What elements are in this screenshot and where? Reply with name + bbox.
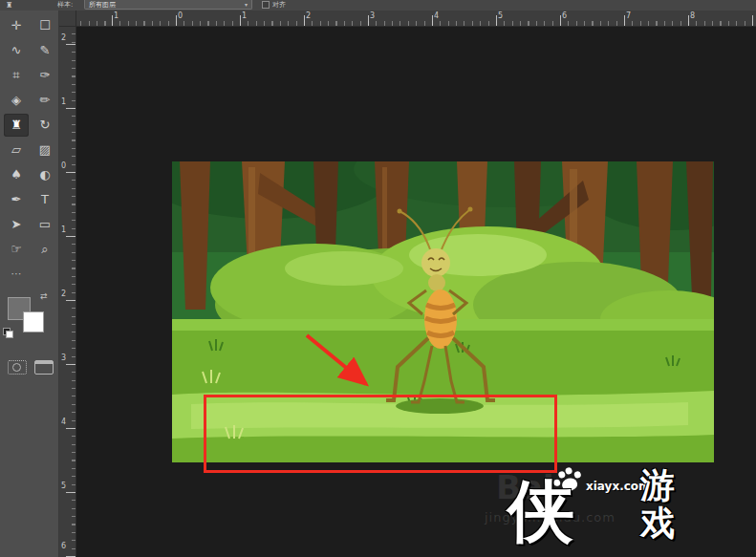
spot-healing-brush-tool[interactable]: ◈ bbox=[4, 89, 29, 112]
blur-tool[interactable]: ♠ bbox=[4, 163, 29, 186]
toolbar-bottom bbox=[0, 354, 58, 383]
pen-tool[interactable]: ✒ bbox=[4, 188, 29, 211]
more-tools-button[interactable]: ⋯ bbox=[4, 263, 29, 286]
horizontal-ruler[interactable]: 1012345678 bbox=[76, 11, 756, 27]
aligned-checkbox[interactable]: 对齐 bbox=[262, 0, 286, 11]
h-ruler-label: 2 bbox=[306, 12, 311, 20]
ruler-corner[interactable] bbox=[59, 11, 76, 27]
checkbox-icon bbox=[262, 1, 270, 9]
chevron-down-icon: ▾ bbox=[245, 0, 248, 10]
sample-dropdown[interactable]: 所有图层 ▾ bbox=[84, 0, 252, 10]
path-selection-tool[interactable]: ➤ bbox=[4, 213, 29, 236]
h-ruler-label: 0 bbox=[178, 12, 183, 20]
color-swatches: ⇄ bbox=[0, 293, 58, 349]
zoom-tool[interactable]: ⌕ bbox=[32, 238, 57, 261]
lasso-tool[interactable]: ∿ bbox=[4, 39, 29, 62]
clone-stamp-tool[interactable]: ♜ bbox=[4, 114, 29, 137]
clone-stamp-options-icon: ♜ bbox=[6, 0, 12, 11]
v-ruler-label: 3 bbox=[61, 354, 66, 362]
sample-label: 样本: bbox=[57, 0, 73, 11]
eyedropper-tool[interactable]: ✑ bbox=[32, 64, 57, 87]
quick-selection-tool[interactable]: ✎ bbox=[32, 39, 57, 62]
move-tool[interactable]: ✛ bbox=[4, 14, 29, 37]
v-ruler-label: 2 bbox=[61, 290, 66, 298]
watermark-char-you: 游 bbox=[637, 466, 678, 504]
rectangle-tool[interactable]: ▭ bbox=[32, 213, 57, 236]
h-ruler-label: 3 bbox=[370, 12, 375, 20]
h-ruler-label: 8 bbox=[690, 12, 695, 20]
h-ruler-label: 4 bbox=[434, 12, 439, 20]
photoshop-window: ♜ 样本: 所有图层 ▾ 对齐 ✛☐∿✎⌗✑◈✏♜↻▱▨♠◐✒T➤▭☞⌕⋯ ⇄ … bbox=[0, 0, 756, 557]
v-ruler-label: 6 bbox=[61, 543, 66, 550]
h-ruler-label: 5 bbox=[498, 12, 503, 20]
history-brush-tool[interactable]: ↻ bbox=[32, 114, 57, 137]
v-ruler-label: 5 bbox=[61, 482, 66, 490]
background-color-swatch[interactable] bbox=[23, 311, 44, 332]
sample-dropdown-value: 所有图层 bbox=[89, 1, 116, 9]
v-ruler-label: 0 bbox=[61, 162, 66, 170]
vertical-ruler[interactable]: 210123456 bbox=[59, 27, 76, 557]
h-ruler-label: 1 bbox=[242, 12, 247, 20]
forest-scene-graphic bbox=[172, 161, 714, 462]
brush-tool[interactable]: ✏ bbox=[32, 89, 57, 112]
document-image[interactable] bbox=[172, 161, 714, 462]
eraser-tool[interactable]: ▱ bbox=[4, 139, 29, 161]
watermark-main-character: 侠 bbox=[508, 474, 574, 548]
default-colors-icon[interactable] bbox=[3, 328, 12, 337]
watermark-stacked-characters: 游 戏 bbox=[637, 466, 678, 543]
screen-mode-icon[interactable] bbox=[34, 360, 54, 375]
watermark: Bai jingyan.baidu.com xiayx.com 侠 游 戏 bbox=[469, 466, 756, 557]
crop-tool[interactable]: ⌗ bbox=[4, 64, 29, 87]
aligned-label: 对齐 bbox=[272, 1, 286, 9]
dodge-tool[interactable]: ◐ bbox=[32, 163, 57, 186]
quick-mask-icon[interactable] bbox=[8, 360, 27, 375]
tools-panel: ✛☐∿✎⌗✑◈✏♜↻▱▨♠◐✒T➤▭☞⌕⋯ ⇄ bbox=[0, 11, 59, 557]
h-ruler-label: 7 bbox=[626, 12, 631, 20]
v-ruler-label: 4 bbox=[61, 418, 66, 426]
watermark-char-xi: 戏 bbox=[637, 504, 678, 543]
hand-tool[interactable]: ☞ bbox=[4, 238, 29, 261]
tool-grid: ✛☐∿✎⌗✑◈✏♜↻▱▨♠◐✒T➤▭☞⌕⋯ bbox=[0, 11, 58, 286]
h-ruler-label: 6 bbox=[562, 12, 567, 20]
v-ruler-label: 2 bbox=[61, 34, 66, 42]
v-ruler-label: 1 bbox=[61, 98, 66, 106]
rectangular-marquee-tool[interactable]: ☐ bbox=[32, 14, 57, 37]
swap-colors-icon[interactable]: ⇄ bbox=[40, 291, 48, 301]
v-ruler-label: 1 bbox=[61, 226, 66, 234]
gradient-tool[interactable]: ▨ bbox=[32, 139, 57, 161]
h-ruler-label: 1 bbox=[114, 12, 119, 20]
type-tool[interactable]: T bbox=[32, 188, 57, 211]
canvas-area[interactable]: Bai jingyan.baidu.com xiayx.com 侠 游 戏 bbox=[76, 27, 756, 557]
